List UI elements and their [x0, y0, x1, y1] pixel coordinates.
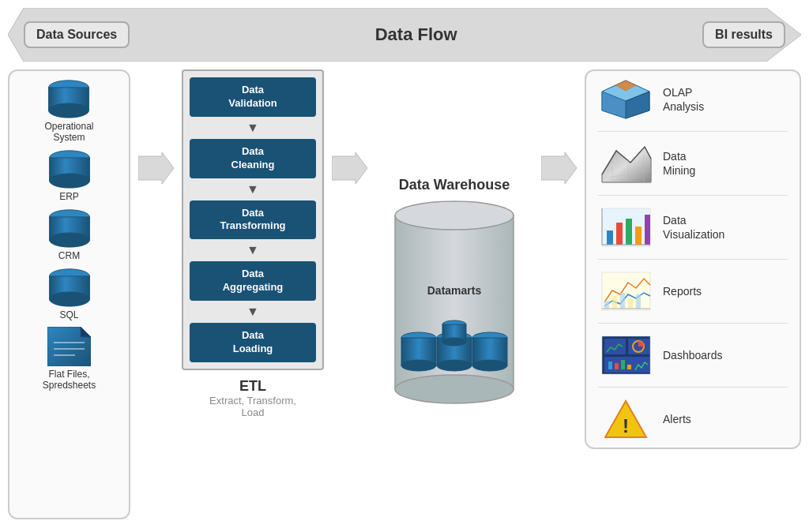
svg-rect-73 [621, 360, 625, 369]
svg-point-32 [472, 360, 507, 371]
warehouse-section: Data Warehouse [375, 69, 533, 519]
main-container: Data Sources Data Flow BI results [0, 0, 809, 532]
erp-label: ERP [59, 191, 79, 202]
svg-rect-54 [626, 219, 632, 245]
dashboards-label: Dashboards [663, 348, 723, 362]
etl-step-cleaning: DataCleaning [190, 139, 316, 178]
etl-step-loading: DataLoading [190, 323, 316, 362]
svg-point-6 [49, 174, 89, 188]
arrow-3-icon [541, 148, 577, 188]
mining-item: DataMining [598, 143, 788, 184]
svg-rect-61 [612, 296, 617, 309]
arrow-connector-2 [332, 69, 367, 188]
sql-item: SQL [46, 268, 93, 320]
svg-point-9 [49, 233, 89, 247]
etl-arrow-3: ▼ [190, 244, 316, 257]
alert-triangle-icon: ! [604, 399, 648, 440]
svg-text:Datamarts: Datamarts [427, 284, 482, 297]
dashboards-item: Dashboards [598, 335, 788, 376]
flat-files-icon [47, 327, 91, 366]
svg-rect-74 [627, 365, 631, 369]
divider-4 [598, 323, 788, 324]
arrow-connector-1 [138, 69, 174, 188]
data-mining-icon [600, 143, 652, 184]
etl-arrow-2: ▼ [190, 183, 316, 196]
svg-rect-62 [620, 293, 625, 309]
arrow-connector-3 [541, 69, 577, 188]
crm-icon [46, 208, 93, 248]
svg-point-35 [442, 338, 466, 346]
erp-item: ERP [46, 149, 93, 202]
alerts-icon: ! [598, 399, 653, 440]
reports-label: Reports [663, 284, 702, 298]
svg-marker-19 [332, 152, 367, 184]
svg-rect-53 [616, 223, 623, 245]
operational-system-icon [45, 79, 92, 118]
alerts-label: Alerts [663, 412, 691, 426]
svg-point-29 [437, 360, 472, 371]
sql-icon [46, 268, 93, 307]
etl-label: ETL Extract, Transform,Load [209, 378, 296, 418]
etl-step-transforming: DataTransforming [190, 200, 316, 240]
svg-point-26 [401, 360, 436, 371]
svg-marker-36 [541, 152, 577, 184]
etl-box: DataValidation ▼ DataCleaning ▼ DataTran… [182, 69, 324, 370]
flat-files-item: Flat Files,Spredsheets [43, 327, 96, 391]
mining-label: DataMining [663, 149, 695, 178]
olap-cube-icon [600, 79, 652, 120]
etl-step-aggregating: DataAggregating [190, 261, 316, 301]
flat-files-label: Flat Files,Spredsheets [43, 369, 96, 391]
svg-text:!: ! [623, 415, 629, 436]
warehouse-icon: Datamarts [391, 200, 517, 413]
etl-section: DataValidation ▼ DataCleaning ▼ DataTran… [182, 69, 324, 519]
visualization-item: DataVisualization [598, 207, 788, 248]
reports-chart-icon [600, 271, 652, 312]
data-visualization-icon [600, 207, 652, 248]
data-sources-label: Data Sources [24, 21, 130, 48]
arrow-2-icon [332, 148, 367, 188]
svg-rect-52 [607, 230, 613, 245]
etl-step-validation: DataValidation [190, 77, 316, 117]
svg-rect-56 [645, 215, 650, 245]
data-flow-label: Data Flow [375, 24, 457, 45]
etl-arrow-4: ▼ [190, 305, 316, 318]
operational-system-label: OperationalSystem [44, 121, 93, 143]
divider-5 [598, 387, 788, 388]
svg-point-22 [395, 375, 514, 403]
data-sources-panel: OperationalSystem ERP [8, 69, 130, 519]
etl-title: ETL [209, 378, 296, 395]
svg-rect-60 [604, 301, 609, 309]
svg-rect-63 [628, 298, 633, 309]
visualization-icon [598, 207, 653, 248]
top-banner: Data Sources Data Flow BI results [8, 8, 801, 62]
dashboards-icon-svg [600, 335, 652, 376]
svg-marker-14 [81, 327, 91, 337]
svg-rect-55 [635, 227, 642, 245]
svg-point-3 [49, 103, 89, 118]
divider-2 [598, 195, 788, 196]
divider-1 [598, 131, 788, 132]
divider-3 [598, 259, 788, 260]
bi-results-panel: OLAPAnalysis [585, 69, 801, 449]
alerts-item: ! Alerts [598, 399, 788, 440]
warehouse-title: Data Warehouse [399, 177, 510, 193]
svg-marker-18 [138, 152, 174, 184]
dashboards-icon [598, 335, 653, 376]
mining-icon [598, 143, 653, 184]
warehouse-container: Data Warehouse [391, 177, 517, 413]
bi-results-label: BI results [702, 21, 785, 48]
svg-point-12 [49, 292, 89, 306]
olap-icon [598, 79, 653, 120]
operational-system-item: OperationalSystem [44, 79, 93, 143]
arrow-1-icon [138, 148, 174, 188]
svg-rect-59 [602, 272, 650, 310]
olap-label: OLAPAnalysis [663, 85, 704, 114]
sql-label: SQL [59, 309, 78, 320]
reports-icon [598, 271, 653, 312]
reports-item: Reports [598, 271, 788, 312]
olap-item: OLAPAnalysis [598, 79, 788, 120]
erp-icon [46, 149, 93, 189]
svg-rect-71 [608, 362, 612, 369]
svg-point-21 [395, 201, 514, 230]
etl-arrow-1: ▼ [190, 122, 316, 134]
